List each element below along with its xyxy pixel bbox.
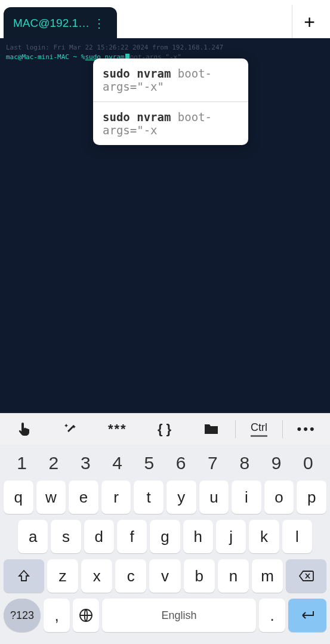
shift-key[interactable]	[4, 559, 44, 593]
key-6[interactable]: 6	[165, 453, 196, 473]
backspace-icon	[298, 570, 314, 582]
magic-button[interactable]	[47, 414, 94, 445]
key-2[interactable]: 2	[38, 453, 69, 473]
key-row-1: q w e r t y u i o p	[2, 480, 328, 514]
backspace-key[interactable]	[286, 559, 326, 593]
key-v[interactable]: v	[149, 559, 180, 593]
key-b[interactable]: b	[184, 559, 215, 593]
tab-menu-icon[interactable]: ⋮	[91, 16, 107, 30]
key-u[interactable]: u	[199, 480, 229, 514]
dots-icon: •••	[297, 421, 316, 437]
key-4[interactable]: 4	[101, 453, 133, 473]
key-3[interactable]: 3	[70, 453, 101, 473]
key-8[interactable]: 8	[229, 453, 260, 473]
key-d[interactable]: d	[84, 520, 114, 553]
key-z[interactable]: z	[47, 559, 78, 593]
key-s[interactable]: s	[51, 520, 81, 553]
comma-key[interactable]: ,	[44, 599, 70, 632]
add-tab-button[interactable]: +	[292, 5, 326, 39]
key-9[interactable]: 9	[260, 453, 292, 473]
enter-icon	[300, 610, 315, 621]
touch-mode-button[interactable]	[0, 414, 47, 445]
key-a[interactable]: a	[18, 520, 48, 553]
key-i[interactable]: i	[232, 480, 261, 514]
globe-icon	[79, 608, 93, 623]
key-k[interactable]: k	[249, 520, 279, 553]
key-0[interactable]: 0	[292, 453, 324, 473]
key-t[interactable]: t	[134, 480, 164, 514]
suggestion-item[interactable]: sudo nvram boot-args="-x	[93, 102, 248, 145]
keyboard-toolbar: *** { } Ctrl •••	[0, 413, 330, 445]
key-row-2: a s d f g h j k l	[2, 520, 328, 553]
more-button[interactable]: •••	[283, 414, 330, 445]
key-m[interactable]: m	[252, 559, 283, 593]
autocomplete-popup: sudo nvram boot-args="-x" sudo nvram boo…	[93, 58, 248, 145]
key-row-bottom: ?123 , English .	[2, 599, 328, 632]
key-p[interactable]: p	[297, 480, 326, 514]
key-r[interactable]: r	[101, 480, 131, 514]
terminal-login-line: Last login: Fri Mar 22 15:26:22 2024 fro…	[6, 43, 324, 53]
terminal-view[interactable]: Last login: Fri Mar 22 15:26:22 2024 fro…	[0, 38, 330, 413]
period-key[interactable]: .	[259, 599, 285, 632]
tab-title: MAC@192.168...	[13, 17, 91, 30]
key-row-3: z x c v b n m	[2, 559, 328, 593]
tabs-bar: MAC@192.168... ⋮ +	[0, 4, 330, 38]
language-key[interactable]	[73, 599, 99, 632]
key-c[interactable]: c	[115, 559, 146, 593]
key-1[interactable]: 1	[6, 453, 38, 473]
key-y[interactable]: y	[166, 480, 196, 514]
key-o[interactable]: o	[264, 480, 294, 514]
key-j[interactable]: j	[216, 520, 246, 553]
key-x[interactable]: x	[81, 559, 112, 593]
enter-key[interactable]	[288, 599, 326, 632]
key-7[interactable]: 7	[197, 453, 229, 473]
key-n[interactable]: n	[218, 559, 249, 593]
key-l[interactable]: l	[282, 520, 312, 553]
terminal-prompt: mac@Mac-mini-MAC ~ %	[6, 53, 85, 62]
keyboard: 1 2 3 4 5 6 7 8 9 0 q w e r t y u i o p …	[0, 445, 330, 644]
suggestion-item[interactable]: sudo nvram boot-args="-x"	[93, 58, 248, 102]
key-q[interactable]: q	[4, 480, 33, 514]
space-key[interactable]: English	[102, 599, 256, 632]
key-g[interactable]: g	[150, 520, 180, 553]
key-w[interactable]: w	[36, 480, 66, 514]
shift-icon	[17, 569, 30, 583]
folder-button[interactable]	[188, 414, 235, 445]
symbols-key[interactable]: ?123	[4, 599, 41, 632]
key-e[interactable]: e	[69, 480, 98, 514]
password-button[interactable]: ***	[94, 414, 141, 445]
terminal-tab[interactable]: MAC@192.168... ⋮	[4, 7, 117, 39]
key-5[interactable]: 5	[133, 453, 165, 473]
key-f[interactable]: f	[117, 520, 147, 553]
key-h[interactable]: h	[183, 520, 213, 553]
braces-button[interactable]: { }	[141, 414, 188, 445]
number-row: 1 2 3 4 5 6 7 8 9 0	[2, 449, 328, 480]
ctrl-button[interactable]: Ctrl	[236, 414, 283, 445]
